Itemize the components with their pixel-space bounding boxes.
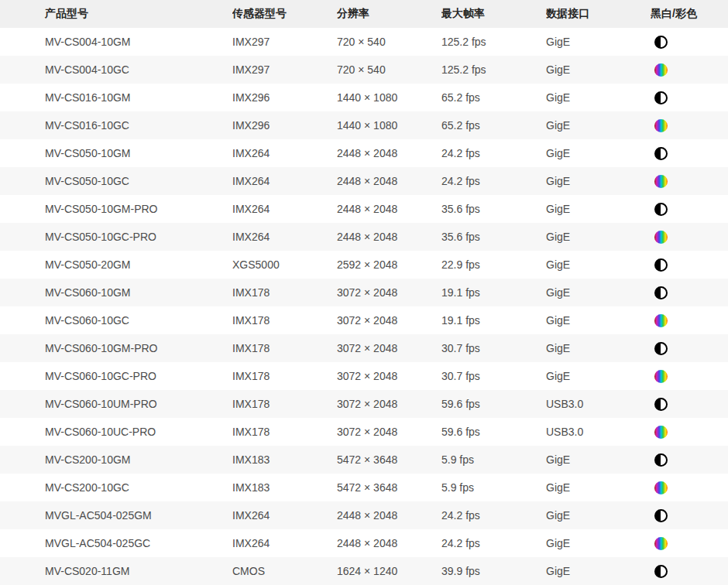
cell-max_fps: 24.2 fps bbox=[441, 537, 546, 549]
table-row: MV-CS050-20GMXGS50002592 × 204822.9 fpsG… bbox=[0, 251, 728, 279]
table-row: MV-CS060-10GM-PROIMX1783072 × 204830.7 f… bbox=[0, 334, 728, 362]
cell-resolution: 2448 × 2048 bbox=[337, 147, 441, 159]
cell-interface: GigE bbox=[546, 258, 651, 271]
cell-resolution: 3072 × 2048 bbox=[337, 398, 441, 410]
cell-model: MV-CS020-11GM bbox=[0, 565, 232, 577]
cell-sensor: IMX297 bbox=[232, 36, 337, 48]
cell-chroma bbox=[651, 35, 728, 49]
cell-chroma bbox=[651, 174, 728, 188]
cell-chroma bbox=[651, 202, 728, 216]
cell-max_fps: 19.1 fps bbox=[441, 314, 546, 327]
cell-sensor: IMX296 bbox=[232, 91, 337, 104]
cell-sensor: IMX178 bbox=[232, 370, 337, 382]
cell-interface: GigE bbox=[546, 342, 651, 354]
cell-max_fps: 35.6 fps bbox=[441, 203, 546, 215]
cell-max_fps: 19.1 fps bbox=[441, 286, 546, 299]
cell-sensor: CMOS bbox=[232, 565, 337, 577]
cell-resolution: 3072 × 2048 bbox=[337, 370, 441, 382]
cell-sensor: IMX297 bbox=[232, 63, 337, 76]
cell-model: MV-CS060-10UM-PRO bbox=[0, 398, 232, 410]
mono-circle-icon bbox=[654, 147, 668, 160]
table-row: MV-CS016-10GMIMX2961440 × 108065.2 fpsGi… bbox=[0, 84, 728, 111]
table-row: MV-CS060-10UM-PROIMX1783072 × 204859.6 f… bbox=[0, 390, 728, 418]
cell-model: MV-CS016-10GC bbox=[0, 119, 232, 132]
cell-resolution: 2448 × 2048 bbox=[337, 509, 441, 522]
mono-circle-icon bbox=[654, 453, 668, 467]
cell-max_fps: 125.2 fps bbox=[441, 36, 546, 48]
cell-chroma bbox=[651, 369, 728, 383]
color-circle-icon bbox=[654, 481, 668, 494]
cell-interface: GigE bbox=[546, 314, 651, 327]
cell-sensor: IMX178 bbox=[232, 286, 337, 299]
table-row: MV-CS004-10GMIMX297720 × 540125.2 fpsGig… bbox=[0, 28, 728, 56]
cell-chroma bbox=[651, 508, 728, 522]
cell-model: MV-CS200-10GC bbox=[0, 481, 232, 494]
cell-max_fps: 65.2 fps bbox=[441, 91, 546, 104]
cell-resolution: 2592 × 2048 bbox=[337, 258, 441, 271]
cell-max_fps: 30.7 fps bbox=[441, 370, 546, 382]
cell-chroma bbox=[651, 118, 728, 132]
cell-chroma bbox=[651, 564, 728, 578]
cell-interface: USB3.0 bbox=[546, 398, 651, 410]
cell-resolution: 3072 × 2048 bbox=[337, 342, 441, 354]
table-row: MV-CS060-10UC-PROIMX1783072 × 204859.6 f… bbox=[0, 418, 728, 446]
cell-interface: GigE bbox=[546, 203, 651, 215]
cell-sensor: IMX264 bbox=[232, 537, 337, 549]
cell-resolution: 2448 × 2048 bbox=[337, 537, 441, 549]
cell-model: MVGL-AC504-025GM bbox=[0, 509, 232, 522]
table-row: MV-CS016-10GCIMX2961440 × 108065.2 fpsGi… bbox=[0, 111, 728, 139]
cell-resolution: 5472 × 3648 bbox=[337, 453, 441, 466]
cell-model: MV-CS050-10GC bbox=[0, 175, 232, 187]
cell-sensor: IMX178 bbox=[232, 426, 337, 438]
cell-chroma bbox=[651, 63, 728, 77]
cell-sensor: IMX264 bbox=[232, 175, 337, 187]
cell-model: MV-CS060-10GM-PRO bbox=[0, 342, 232, 354]
cell-chroma bbox=[651, 146, 728, 160]
camera-spec-table: 产品型号 传感器型号 分辨率 最大帧率 数据接口 黑白/彩色 MV-CS004-… bbox=[0, 0, 728, 585]
cell-sensor: IMX264 bbox=[232, 231, 337, 243]
cell-interface: GigE bbox=[546, 175, 651, 187]
table-row: MV-CS050-10GCIMX2642448 × 204824.2 fpsGi… bbox=[0, 167, 728, 195]
cell-resolution: 2448 × 2048 bbox=[337, 175, 441, 187]
cell-model: MV-CS060-10UC-PRO bbox=[0, 426, 232, 438]
table-row: MV-CS050-10GC-PROIMX2642448 × 204835.6 f… bbox=[0, 223, 728, 251]
cell-interface: GigE bbox=[546, 231, 651, 243]
cell-chroma bbox=[651, 453, 728, 467]
color-circle-icon bbox=[654, 537, 668, 550]
cell-max_fps: 5.9 fps bbox=[441, 481, 546, 494]
table-row: MV-CS050-10GMIMX2642448 × 204824.2 fpsGi… bbox=[0, 139, 728, 167]
table-row: MV-CS020-11GMCMOS1624 × 124039.9 fpsGigE bbox=[0, 557, 728, 585]
cell-interface: GigE bbox=[546, 370, 651, 382]
table-row: MV-CS060-10GC-PROIMX1783072 × 204830.7 f… bbox=[0, 362, 728, 390]
mono-circle-icon bbox=[654, 509, 668, 522]
cell-resolution: 720 × 540 bbox=[337, 63, 441, 76]
cell-model: MV-CS200-10GM bbox=[0, 453, 232, 466]
cell-resolution: 1440 × 1080 bbox=[337, 119, 441, 132]
cell-chroma bbox=[651, 313, 728, 327]
cell-interface: GigE bbox=[546, 63, 651, 76]
cell-chroma bbox=[651, 397, 728, 411]
color-circle-icon bbox=[654, 314, 668, 327]
cell-interface: GigE bbox=[546, 147, 651, 159]
column-header-chroma: 黑白/彩色 bbox=[651, 7, 728, 21]
table-row: MV-CS060-10GCIMX1783072 × 204819.1 fpsGi… bbox=[0, 306, 728, 334]
cell-model: MV-CS004-10GC bbox=[0, 63, 232, 76]
cell-model: MV-CS060-10GM bbox=[0, 286, 232, 299]
cell-chroma bbox=[651, 481, 728, 494]
cell-resolution: 3072 × 2048 bbox=[337, 426, 441, 438]
cell-max_fps: 24.2 fps bbox=[441, 147, 546, 159]
cell-interface: GigE bbox=[546, 91, 651, 104]
cell-interface: GigE bbox=[546, 119, 651, 132]
cell-sensor: IMX296 bbox=[232, 119, 337, 132]
cell-interface: GigE bbox=[546, 509, 651, 522]
mono-circle-icon bbox=[654, 286, 668, 299]
cell-chroma bbox=[651, 286, 728, 299]
cell-resolution: 3072 × 2048 bbox=[337, 314, 441, 327]
cell-model: MV-CS050-10GM-PRO bbox=[0, 203, 232, 215]
table-body: MV-CS004-10GMIMX297720 × 540125.2 fpsGig… bbox=[0, 28, 728, 585]
cell-chroma bbox=[651, 230, 728, 244]
cell-interface: GigE bbox=[546, 36, 651, 48]
cell-max_fps: 39.9 fps bbox=[441, 565, 546, 577]
cell-model: MV-CS050-20GM bbox=[0, 258, 232, 271]
cell-sensor: IMX183 bbox=[232, 453, 337, 466]
